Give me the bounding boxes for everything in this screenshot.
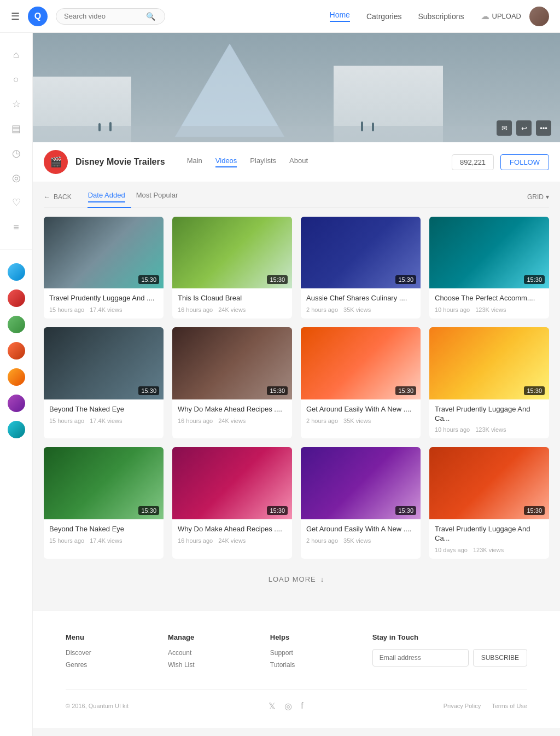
main-content: ✉ ↩ ••• 🎬 Disney Movie Trailers Main Vid… (33, 33, 560, 736)
footer-account-link[interactable]: Account (168, 649, 259, 657)
video-card[interactable]: 15:30 Travel Prudently Luggage And .... … (44, 217, 164, 318)
search-icon[interactable]: 🔍 (146, 12, 155, 21)
video-thumbnail: 15:30 (44, 327, 164, 399)
sort-date-added[interactable]: Date Added (88, 191, 125, 202)
nav-categories[interactable]: Catrgories (366, 12, 402, 21)
load-more-button[interactable]: LOAD MORE ↓ (44, 559, 549, 600)
app-logo[interactable]: Q (28, 7, 48, 26)
sidebar-film-icon[interactable]: ▤ (5, 118, 27, 140)
sidebar-avatar-4[interactable] (8, 342, 25, 360)
footer-support-link[interactable]: Support (270, 649, 361, 657)
nav-home[interactable]: Home (330, 10, 350, 22)
top-nav: ☰ Q 🔍 Home Catrgories Subscriptions ☁ UP… (0, 0, 560, 33)
privacy-policy-link[interactable]: Privacy Policy (444, 703, 481, 709)
video-time: 10 hours ago (435, 306, 470, 313)
video-duration: 15:30 (395, 506, 416, 515)
video-card[interactable]: 15:30 Aussie Chef Shares Culinary .... 2… (301, 217, 421, 318)
video-card[interactable]: 15:30 This Is Cloaud Breal 16 hours ago … (172, 217, 292, 318)
user-avatar[interactable] (529, 7, 549, 26)
video-card[interactable]: 15:30 Travel Prudently Luggage And Ca...… (429, 327, 549, 438)
email-subscribe-row: SUBSCRIBE (372, 649, 527, 667)
search-input[interactable] (64, 12, 146, 20)
nav-subscriptions[interactable]: Subscriptions (418, 12, 464, 21)
video-time: 10 days ago (435, 547, 468, 553)
video-info: This Is Cloaud Breal 16 hours ago 24K vi… (172, 288, 292, 318)
banner-message-button[interactable]: ✉ (497, 120, 512, 136)
facebook-icon[interactable]: f (301, 701, 303, 711)
svg-rect-7 (361, 121, 363, 131)
footer-manage-heading: Manage (168, 633, 259, 641)
video-info: Travel Prudently Luggage And Ca... 10 da… (429, 519, 549, 559)
sidebar-avatar-7[interactable] (8, 421, 25, 438)
footer-wishlist-link[interactable]: Wish List (168, 661, 259, 669)
video-thumbnail: 15:30 (172, 447, 292, 519)
video-duration: 15:30 (138, 386, 159, 395)
tab-playlists[interactable]: Playlists (250, 157, 276, 167)
video-time: 2 hours ago (306, 537, 338, 544)
copyright-text: © 2016, Quantum UI kit (66, 703, 129, 709)
subscriber-count: 892,221 (452, 154, 494, 170)
footer-discover-link[interactable]: Discover (66, 649, 157, 657)
sidebar-avatar-1[interactable] (8, 263, 25, 281)
video-thumbnail: 15:30 (172, 217, 292, 288)
video-views: 17.4K views (90, 306, 122, 313)
sidebar-avatar-5[interactable] (8, 368, 25, 386)
video-card[interactable]: 15:30 Beyond The Naked Eye 15 hours ago … (44, 447, 164, 558)
video-card[interactable]: 15:30 Get Around Easily With A New .... … (301, 447, 421, 558)
video-grid: 15:30 Travel Prudently Luggage And .... … (44, 217, 549, 559)
sidebar-globe-icon[interactable]: ◎ (5, 167, 27, 189)
subscribe-button[interactable]: SUBSCRIBE (473, 649, 527, 667)
video-card[interactable]: 15:30 Choose The Perfect Accomm.... 10 h… (429, 217, 549, 318)
sidebar-avatar-3[interactable] (8, 316, 25, 333)
banner-share-button[interactable]: ↩ (516, 120, 532, 136)
video-card[interactable]: 15:30 Get Around Easily With A New .... … (301, 327, 421, 438)
video-time: 16 hours ago (178, 537, 213, 544)
video-views: 123K views (475, 306, 506, 313)
video-duration: 15:30 (395, 386, 416, 395)
sidebar-like-icon[interactable]: ♡ (5, 192, 27, 213)
video-meta: 15 hours ago 17.4K views (49, 306, 158, 313)
banner-more-button[interactable]: ••• (536, 120, 551, 136)
footer-genres-link[interactable]: Genres (66, 661, 157, 669)
tab-about[interactable]: About (289, 157, 308, 167)
twitter-icon[interactable]: 𝕏 (269, 701, 276, 711)
sidebar-list-icon[interactable]: ≡ (5, 216, 27, 238)
instagram-icon[interactable]: ◎ (284, 701, 292, 711)
video-title: Get Around Easily With A New .... (306, 405, 415, 414)
sidebar-user-icon[interactable]: ○ (5, 68, 27, 90)
video-card[interactable]: 15:30 Travel Prudently Luggage And Ca...… (429, 447, 549, 558)
grid-toggle-button[interactable]: GRID ▾ (527, 193, 549, 201)
video-thumbnail: 15:30 (301, 447, 421, 519)
video-views: 24K views (218, 306, 246, 313)
video-title: Travel Prudently Luggage And Ca... (435, 525, 544, 543)
video-card[interactable]: 15:30 Why Do Make Ahead Recipes .... 16 … (172, 447, 292, 558)
video-duration: 15:30 (138, 506, 159, 515)
tab-videos[interactable]: Videos (215, 157, 237, 167)
video-card[interactable]: 15:30 Why Do Make Ahead Recipes .... 16 … (172, 327, 292, 438)
sort-most-popular[interactable]: Most Popular (136, 191, 178, 202)
sidebar-avatar-6[interactable] (8, 395, 25, 412)
video-views: 35K views (343, 418, 371, 424)
follow-button[interactable]: FOLLOW (500, 154, 549, 170)
terms-of-use-link[interactable]: Terms of Use (492, 703, 527, 709)
channel-name: Disney Movie Trailers (75, 157, 165, 167)
sidebar-star-icon[interactable]: ☆ (5, 93, 27, 115)
banner-actions: ✉ ↩ ••• (497, 120, 551, 136)
tab-main[interactable]: Main (187, 157, 202, 167)
video-time: 2 hours ago (306, 418, 338, 424)
sidebar-home-icon[interactable]: ⌂ (5, 44, 27, 66)
upload-button[interactable]: ☁ UPLOAD (481, 11, 521, 21)
sidebar-history-icon[interactable]: ◷ (5, 142, 27, 164)
hamburger-icon[interactable]: ☰ (11, 10, 20, 22)
back-button[interactable]: ← BACK (44, 193, 72, 201)
video-time: 15 hours ago (49, 306, 84, 313)
email-input[interactable] (372, 649, 469, 667)
video-card[interactable]: 15:30 Beyond The Naked Eye 15 hours ago … (44, 327, 164, 438)
footer-tutorials-link[interactable]: Tutorials (270, 661, 361, 669)
video-title: This Is Cloaud Breal (178, 294, 287, 303)
nav-links: Home Catrgories Subscriptions (330, 10, 464, 22)
back-arrow-icon: ← (44, 193, 50, 201)
sidebar-avatar-2[interactable] (8, 289, 25, 307)
video-views: 17.4K views (90, 418, 122, 424)
video-info: Beyond The Naked Eye 15 hours ago 17.4K … (44, 519, 164, 549)
